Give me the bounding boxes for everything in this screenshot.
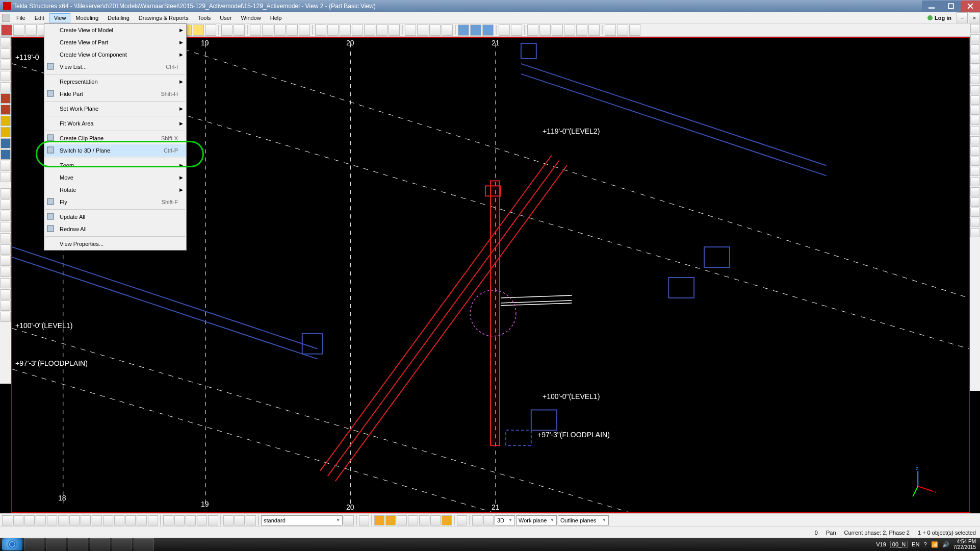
tool-icon[interactable] xyxy=(970,34,979,43)
tool-icon[interactable] xyxy=(970,218,979,227)
representation-select[interactable]: standard xyxy=(261,515,343,525)
menu-item-create-view-of-model[interactable]: Create View of Model▶ xyxy=(44,24,186,36)
selection-tool-icon[interactable] xyxy=(137,515,147,525)
tool-icon[interactable] xyxy=(1,222,11,232)
tool-icon[interactable] xyxy=(970,85,979,94)
work-plane-select[interactable]: Work plane xyxy=(516,515,557,525)
selection-tool-icon[interactable] xyxy=(103,515,113,525)
selection-tool-icon[interactable] xyxy=(148,515,158,525)
tool-icon[interactable] xyxy=(364,24,375,36)
selection-tool-icon[interactable] xyxy=(92,515,102,525)
tool-icon[interactable] xyxy=(1,172,11,182)
selection-tool-icon[interactable] xyxy=(197,515,207,525)
tool-icon[interactable] xyxy=(315,24,326,36)
start-button[interactable] xyxy=(2,538,22,550)
tool-icon[interactable] xyxy=(970,44,979,54)
snap-tool-icon[interactable] xyxy=(385,515,396,525)
tool-icon[interactable] xyxy=(352,24,363,36)
tool-icon[interactable] xyxy=(1,267,11,277)
tool-icon[interactable] xyxy=(970,208,979,217)
tool-icon[interactable] xyxy=(970,136,979,145)
tool-icon[interactable] xyxy=(1,127,11,137)
tool-icon[interactable] xyxy=(1,256,11,266)
close-button[interactable] xyxy=(961,1,980,12)
snap-tool-icon[interactable] xyxy=(430,515,441,525)
menu-tools[interactable]: Tools xyxy=(194,14,215,22)
tool-icon[interactable] xyxy=(1,312,11,322)
tray-keyboard[interactable]: 00_N xyxy=(890,541,908,548)
tool-icon[interactable] xyxy=(970,24,979,33)
tool-icon[interactable] xyxy=(1,199,11,210)
tool-icon[interactable] xyxy=(340,24,351,36)
selection-tool-icon[interactable] xyxy=(208,515,218,525)
tool-icon[interactable] xyxy=(576,24,587,36)
snap-tool-icon[interactable] xyxy=(472,515,482,525)
snap-tool-icon[interactable] xyxy=(408,515,418,525)
tool-icon[interactable] xyxy=(970,106,979,115)
tool-icon[interactable] xyxy=(1,71,11,81)
maximize-button[interactable] xyxy=(941,1,961,12)
selection-tool-icon[interactable] xyxy=(24,515,35,525)
tray-network-icon[interactable]: 📶 xyxy=(931,541,938,548)
tool-icon[interactable] xyxy=(405,24,416,36)
snap-tool-icon[interactable] xyxy=(374,515,384,525)
tool-icon[interactable] xyxy=(1,244,11,255)
tool-icon[interactable] xyxy=(1,60,11,70)
menu-drawings-reports[interactable]: Drawings & Reports xyxy=(135,14,193,22)
selection-tool-icon[interactable] xyxy=(174,515,185,525)
tool-icon[interactable] xyxy=(13,24,24,36)
tool-icon[interactable] xyxy=(1,116,11,126)
tool-icon[interactable] xyxy=(970,75,979,84)
close-ribbon-button[interactable]: × xyxy=(969,12,980,23)
tool-icon[interactable] xyxy=(1,211,11,221)
tool-icon[interactable] xyxy=(458,24,469,36)
tool-icon[interactable] xyxy=(1,278,11,288)
selection-tool-icon[interactable] xyxy=(114,515,124,525)
tray-help-icon[interactable]: ? xyxy=(923,541,926,547)
tool-icon[interactable] xyxy=(344,515,354,525)
selection-tool-icon[interactable] xyxy=(13,515,23,525)
snap-tool-icon[interactable] xyxy=(457,515,467,525)
tool-icon[interactable] xyxy=(470,24,481,36)
tool-icon[interactable] xyxy=(527,24,538,36)
tool-icon[interactable] xyxy=(193,24,204,36)
tool-icon[interactable] xyxy=(970,65,979,74)
minimize-button[interactable] xyxy=(922,1,941,12)
tool-icon[interactable] xyxy=(629,24,640,36)
tool-icon[interactable] xyxy=(970,228,979,237)
tray-language[interactable]: EN xyxy=(912,541,919,547)
tool-icon[interactable] xyxy=(1,93,11,104)
outline-planes-select[interactable]: Outline planes xyxy=(558,515,609,525)
tool-icon[interactable] xyxy=(564,24,575,36)
tool-icon[interactable] xyxy=(1,138,11,148)
menu-item-representation[interactable]: Representation▶ xyxy=(44,76,186,88)
tool-icon[interactable] xyxy=(605,24,616,36)
minimize-ribbon-button[interactable]: − xyxy=(957,12,968,23)
tool-icon[interactable] xyxy=(417,24,428,36)
tool-icon[interactable] xyxy=(1,24,12,36)
tool-icon[interactable] xyxy=(299,24,310,36)
tool-icon[interactable] xyxy=(970,95,979,105)
menu-item-zoom[interactable]: Zoom▶ xyxy=(44,159,186,171)
tool-icon[interactable] xyxy=(442,24,453,36)
snap-tool-icon[interactable] xyxy=(397,515,407,525)
tray-volume-icon[interactable]: 🔊 xyxy=(942,541,949,548)
tool-icon[interactable] xyxy=(970,116,979,125)
tool-icon[interactable] xyxy=(1,149,11,160)
tool-icon[interactable] xyxy=(250,24,261,36)
selection-tool-icon[interactable] xyxy=(36,515,46,525)
tool-icon[interactable] xyxy=(429,24,441,36)
tool-icon[interactable] xyxy=(389,24,400,36)
menu-item-view-list[interactable]: View List...Ctrl-I xyxy=(44,61,186,73)
menu-view[interactable]: View xyxy=(49,13,71,22)
view-mode-select[interactable]: 3D xyxy=(495,515,515,525)
tool-icon[interactable] xyxy=(25,24,37,36)
tool-icon[interactable] xyxy=(221,24,233,36)
login-button[interactable]: Log in xyxy=(927,15,951,21)
menu-item-switch-to-3d-plane[interactable]: Switch to 3D / PlaneCtrl-P xyxy=(44,144,186,157)
tool-icon[interactable] xyxy=(970,187,979,196)
menu-item-create-clip-plane[interactable]: Create Clip PlaneShift-X xyxy=(44,132,186,144)
tool-icon[interactable] xyxy=(274,24,286,36)
menu-item-create-view-of-component[interactable]: Create View of Component▶ xyxy=(44,48,186,61)
app-menu-icon[interactable] xyxy=(2,14,10,22)
